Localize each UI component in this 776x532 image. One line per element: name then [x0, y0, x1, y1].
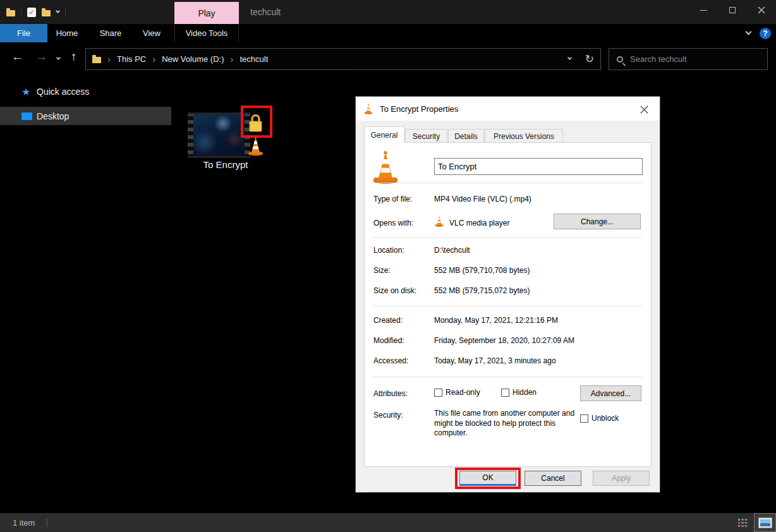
- address-bar[interactable]: › This PC › New Volume (D:) › techcult ↻: [85, 48, 601, 70]
- close-button[interactable]: [747, 0, 776, 20]
- maximize-icon: [729, 7, 736, 13]
- size-on-disk-label: Size on disk:: [373, 286, 416, 295]
- checkbox-icon: [434, 389, 442, 397]
- breadcrumb-separator: ›: [152, 54, 155, 64]
- created-value: Monday, May 17, 2021, 12:21:16 PM: [434, 316, 558, 325]
- minimize-icon: [700, 10, 707, 11]
- details-view-button[interactable]: [735, 515, 750, 530]
- security-text: This file came from another computer and…: [434, 409, 581, 438]
- sidebar-item-quick-access[interactable]: ★ Quick access: [0, 83, 171, 100]
- explorer-window: ✓ Play techcult File Home Share View Vid…: [0, 0, 776, 532]
- read-only-checkbox[interactable]: Read-only: [434, 388, 480, 397]
- change-button[interactable]: Change...: [554, 214, 641, 229]
- ribbon-right-controls: ?: [746, 24, 771, 42]
- vlc-cone-icon: [247, 135, 264, 159]
- close-icon: [640, 106, 648, 114]
- tab-video-tools[interactable]: Video Tools: [174, 24, 239, 42]
- sidebar-item-desktop[interactable]: Desktop: [0, 107, 171, 125]
- address-dropdown-chevron-icon[interactable]: [567, 56, 572, 60]
- cancel-button[interactable]: Cancel: [524, 471, 581, 486]
- large-icons-view-button[interactable]: [754, 513, 776, 532]
- type-of-file-label: Type of file:: [373, 195, 412, 203]
- accessed-label: Accessed:: [373, 356, 408, 365]
- separator: [372, 237, 643, 238]
- vlc-cone-icon-large: [371, 149, 400, 187]
- filmstrip-sprockets: [188, 114, 193, 156]
- created-label: Created:: [373, 316, 403, 325]
- status-bar: 1 item: [0, 513, 776, 532]
- hidden-checkbox[interactable]: Hidden: [501, 388, 537, 397]
- search-input[interactable]: [630, 54, 760, 64]
- separator: [372, 377, 643, 377]
- back-icon[interactable]: ←: [11, 51, 23, 63]
- size-value: 552 MB (579,710,708 bytes): [434, 266, 530, 275]
- close-icon: [758, 6, 765, 14]
- modified-label: Modified:: [373, 336, 404, 345]
- refresh-icon[interactable]: ↻: [585, 52, 594, 66]
- breadcrumb-this-pc[interactable]: This PC: [117, 54, 146, 64]
- location-value: D:\techcult: [434, 246, 470, 255]
- breadcrumb-folder[interactable]: techcult: [239, 54, 268, 64]
- size-on-disk-value: 552 MB (579,715,072 bytes): [434, 286, 530, 295]
- tab-view[interactable]: View: [133, 24, 171, 42]
- chevron-down-icon[interactable]: [56, 9, 60, 13]
- dialog-close-button[interactable]: [637, 103, 651, 116]
- item-count: 1 item: [13, 518, 35, 528]
- dialog-title-bar: To Encrypt Properties: [356, 97, 660, 121]
- tab-details[interactable]: Details: [448, 129, 484, 143]
- play-tab-label: Play: [198, 8, 215, 18]
- advanced-button[interactable]: Advanced...: [580, 385, 641, 401]
- tab-security[interactable]: Security: [405, 129, 447, 143]
- general-tab-panel: Type of file: MP4 Video File (VLC) (.mp4…: [364, 142, 652, 467]
- modified-value: Friday, September 18, 2020, 10:27:09 AM: [434, 336, 574, 345]
- window-title: techcult: [250, 0, 281, 24]
- forward-icon[interactable]: →: [35, 51, 47, 63]
- unblock-checkbox[interactable]: Unblock: [580, 414, 619, 423]
- minimize-button[interactable]: [689, 0, 718, 20]
- attributes-label: Attributes:: [373, 389, 408, 398]
- tab-home[interactable]: Home: [48, 24, 86, 42]
- breadcrumb-drive[interactable]: New Volume (D:): [162, 54, 224, 64]
- ribbon-tab-row: File Home Share View Video Tools ?: [0, 24, 776, 42]
- tab-general[interactable]: General: [364, 126, 404, 143]
- search-box: [609, 48, 768, 70]
- vlc-cone-icon: [363, 103, 373, 114]
- tab-previous-versions[interactable]: Previous Versions: [485, 129, 563, 143]
- tab-file[interactable]: File: [0, 24, 47, 42]
- quick-access-toolbar: ✓: [6, 6, 66, 18]
- breadcrumb-separator: ›: [230, 54, 233, 64]
- file-name-input[interactable]: [434, 158, 643, 175]
- up-icon[interactable]: ↑: [71, 51, 77, 63]
- divider: [47, 518, 47, 527]
- properties-check-icon[interactable]: ✓: [27, 8, 36, 17]
- play-ribbon-tab[interactable]: Play: [174, 2, 239, 24]
- type-of-file-value: MP4 Video File (VLC) (.mp4): [434, 195, 531, 203]
- desktop-icon: [21, 112, 32, 120]
- tab-share[interactable]: Share: [88, 24, 133, 42]
- security-label: Security:: [373, 411, 403, 420]
- opens-with-value: VLC media player: [449, 219, 509, 227]
- location-label: Location:: [373, 246, 404, 255]
- dialog-title: To Encrypt Properties: [380, 104, 458, 114]
- title-bar: ✓ Play techcult: [0, 0, 776, 24]
- separator: [372, 183, 643, 183]
- breadcrumb-separator: ›: [107, 54, 111, 64]
- file-name-label[interactable]: To Encrypt: [181, 159, 270, 170]
- details-view-icon: [737, 518, 748, 527]
- separator: [372, 306, 643, 306]
- recent-locations-chevron-icon[interactable]: [56, 56, 61, 60]
- opens-with-label: Opens with:: [373, 219, 413, 227]
- size-label: Size:: [373, 266, 391, 275]
- folder-icon[interactable]: [6, 10, 15, 16]
- search-icon: [617, 56, 623, 63]
- highlight-rectangle-ok: [455, 468, 521, 489]
- large-icons-view-icon: [758, 517, 772, 528]
- new-folder-icon[interactable]: [42, 10, 51, 16]
- highlight-rectangle-lock: [241, 106, 272, 138]
- help-icon[interactable]: ?: [760, 28, 771, 39]
- properties-dialog: To Encrypt Properties General Security D…: [356, 97, 660, 492]
- maximize-button[interactable]: [718, 0, 747, 20]
- apply-button: Apply: [593, 471, 650, 486]
- collapse-ribbon-chevron-icon[interactable]: [746, 29, 752, 35]
- divider: [65, 7, 66, 17]
